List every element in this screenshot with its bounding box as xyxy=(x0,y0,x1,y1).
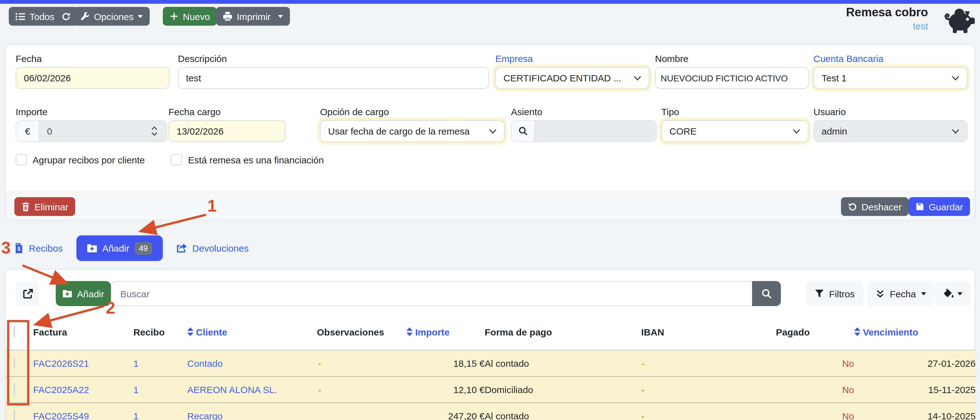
form-actions-footer: Eliminar Deshacer Guardar xyxy=(6,191,974,220)
col-vencimiento[interactable]: Vencimiento xyxy=(854,313,975,350)
importe-value: 0 xyxy=(47,126,52,137)
asiento-input xyxy=(535,121,656,142)
tab-recibos[interactable]: $ Recibos xyxy=(5,243,72,253)
fecha-label: Fecha xyxy=(16,53,170,64)
trash-icon xyxy=(21,202,30,211)
col-cliente-label: Cliente xyxy=(196,326,228,337)
nombre-label: Nombre xyxy=(655,53,809,64)
imprimir-label: Imprimir xyxy=(237,11,270,22)
table-row[interactable]: FAC2025A22 1 AEREON ALONA SL. - 12,10 € … xyxy=(6,377,975,403)
cliente-link[interactable]: Contado xyxy=(187,358,223,369)
sort-order-label: Fecha xyxy=(890,288,916,299)
opcion-cargo-field: Opción de cargo Usar fecha de cargo de l… xyxy=(320,107,505,142)
vencimiento-cell: 15-11-2025 xyxy=(854,377,975,403)
guardar-button[interactable]: Guardar xyxy=(908,197,970,216)
financiacion-checkbox[interactable] xyxy=(171,154,183,165)
fecha-field: Fecha xyxy=(16,53,170,89)
cliente-link[interactable]: AEREON ALONA SL. xyxy=(187,384,277,395)
sort-order-button[interactable]: Fecha xyxy=(867,281,934,306)
piggy-bank-icon xyxy=(943,6,975,36)
factura-link[interactable]: FAC2025S49 xyxy=(33,410,89,420)
search-button[interactable] xyxy=(752,281,781,306)
nombre-input[interactable] xyxy=(655,67,809,89)
agrupar-checkbox[interactable] xyxy=(16,154,27,165)
todos-button[interactable]: Todos xyxy=(9,7,78,25)
financiacion-checkbox-item: Está remesa es una financiación xyxy=(171,154,324,165)
usuario-select[interactable]: admin xyxy=(813,120,967,142)
imprimir-button[interactable]: Imprimir xyxy=(216,7,290,25)
vencimiento-cell: 14-10-2025 xyxy=(854,403,975,420)
refresh-icon[interactable] xyxy=(61,11,71,21)
importe-cell: 12,10 € xyxy=(406,377,485,403)
col-cliente[interactable]: Cliente xyxy=(187,313,317,350)
tipo-select[interactable]: CORE xyxy=(661,120,808,142)
printer-icon xyxy=(223,11,232,21)
pagado-cell: No xyxy=(776,403,854,420)
search-input[interactable] xyxy=(111,281,752,306)
anadir-row-button[interactable]: Añadir xyxy=(56,281,111,306)
vencimiento-cell: 27-01-2026 xyxy=(854,350,975,377)
recibos-table-card: Añadir Filtros Fecha xyxy=(5,269,975,420)
eliminar-button[interactable]: Eliminar xyxy=(14,197,75,216)
external-link-button[interactable] xyxy=(16,281,40,306)
opcion-cargo-select[interactable]: Usar fecha de cargo de la remesa xyxy=(320,120,505,142)
filtros-label: Filtros xyxy=(829,288,855,299)
factura-link[interactable]: FAC2026S21 xyxy=(33,358,89,369)
col-importe-label: Importe xyxy=(415,326,450,337)
sort-icon xyxy=(406,327,413,336)
nuevo-button[interactable]: Nuevo xyxy=(163,7,217,25)
deshacer-label: Deshacer xyxy=(862,201,902,212)
empresa-label[interactable]: Empresa xyxy=(495,53,649,64)
annotation-number-2: 2 xyxy=(106,299,115,318)
fecha-cargo-input[interactable] xyxy=(169,120,286,142)
annotation-number-3: 3 xyxy=(1,239,11,258)
search-bar xyxy=(111,281,781,306)
importe-cell: 247,20 € xyxy=(406,403,485,420)
search-icon[interactable] xyxy=(512,121,535,142)
share-return-icon xyxy=(177,243,187,253)
asiento-group xyxy=(511,120,657,142)
descripcion-input[interactable] xyxy=(178,67,489,89)
nombre-field: Nombre xyxy=(655,53,809,89)
col-importe[interactable]: Importe xyxy=(406,313,485,350)
observaciones-cell xyxy=(317,403,406,420)
col-vencimiento-label: Vencimiento xyxy=(863,326,918,337)
empresa-select[interactable]: CERTIFICADO ENTIDAD ... xyxy=(495,67,649,89)
row-checkbox[interactable] xyxy=(14,384,15,396)
angles-down-icon xyxy=(875,289,885,298)
filter-icon xyxy=(815,289,824,298)
recibo-link[interactable]: 1 xyxy=(134,384,139,395)
cuenta-bancaria-select[interactable]: Test 1 xyxy=(813,67,967,89)
cliente-link[interactable]: Recargo xyxy=(187,410,223,420)
row-checkbox[interactable] xyxy=(14,357,15,369)
cuenta-bancaria-label[interactable]: Cuenta Bancaria xyxy=(813,53,967,64)
folder-plus-icon xyxy=(87,243,97,253)
table-row[interactable]: FAC2026S21 1 Contado - 18,15 € Al contad… xyxy=(6,350,975,377)
importe-cell: 18,15 € xyxy=(406,350,485,377)
fecha-input[interactable] xyxy=(16,67,170,89)
tab-devoluciones[interactable]: Devoluciones xyxy=(168,243,258,253)
page-subtitle: test xyxy=(846,20,928,33)
folder-plus-icon xyxy=(63,289,72,298)
opciones-button[interactable]: Opciones xyxy=(73,7,150,25)
row-checkbox[interactable] xyxy=(14,410,15,420)
filtros-button[interactable]: Filtros xyxy=(806,281,864,306)
fill-color-button[interactable] xyxy=(935,281,970,306)
app-header: Todos Opciones Nuevo Imprimir Remesa cob… xyxy=(0,4,980,43)
col-observaciones: Observaciones xyxy=(317,313,406,350)
recibo-link[interactable]: 1 xyxy=(134,358,139,369)
factura-link[interactable]: FAC2025A22 xyxy=(33,384,89,395)
col-pagado: Pagado xyxy=(776,313,854,350)
usuario-field: Usuario admin xyxy=(813,107,967,142)
forma-pago-cell: Al contado xyxy=(485,350,641,377)
recibo-link[interactable]: 1 xyxy=(134,410,139,420)
importe-input[interactable]: 0 xyxy=(40,121,167,142)
tab-anadir[interactable]: Añadir 49 xyxy=(76,235,163,261)
table-row[interactable]: FAC2025S49 1 Recargo 247,20 € Al contado… xyxy=(6,403,975,420)
deshacer-button[interactable]: Deshacer xyxy=(841,197,908,216)
wrench-icon xyxy=(80,11,89,21)
tab-devoluciones-label: Devoluciones xyxy=(192,243,248,253)
number-spinner-icon[interactable] xyxy=(151,126,159,137)
cuenta-bancaria-value: Test 1 xyxy=(822,73,846,83)
select-all-checkbox[interactable] xyxy=(14,326,15,338)
